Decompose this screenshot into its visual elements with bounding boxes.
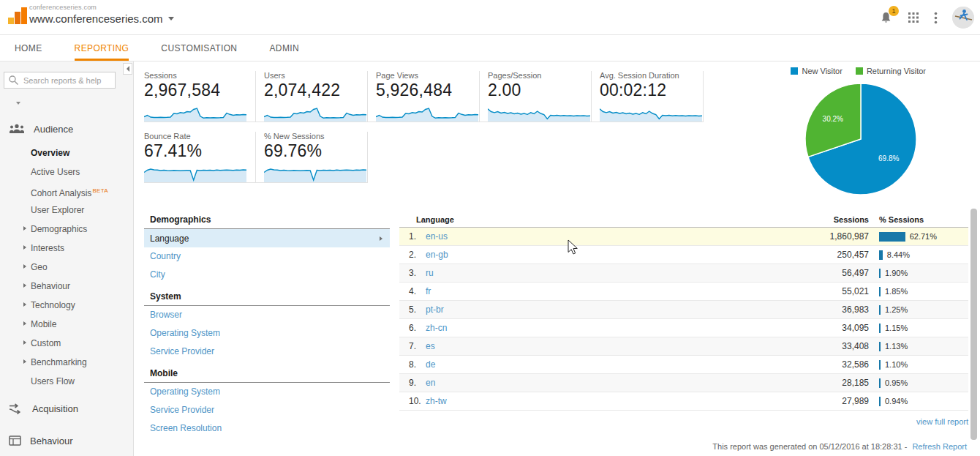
sidebar-item-users-flow[interactable]: Users Flow — [0, 372, 133, 391]
row-rank: 8. — [409, 359, 426, 370]
column-header-pct-sessions[interactable]: % Sessions — [869, 215, 968, 224]
metric-label: Avg. Session Duration — [600, 71, 695, 80]
sidebar-item-benchmarking[interactable]: Benchmarking — [0, 353, 133, 372]
pct-sessions-cell: 1.25% — [869, 305, 968, 315]
explorer-link-city[interactable]: City — [144, 266, 390, 284]
metric-label: Bounce Rate — [144, 132, 247, 141]
expand-arrow-icon — [23, 340, 26, 345]
table-row-zh-tw[interactable]: 10.zh-tw27,9890.94% — [399, 392, 968, 411]
sidebar-item-label: Cohort Analysis — [31, 188, 91, 198]
sessions-cell: 27,989 — [787, 396, 869, 406]
tab-home[interactable]: HOME — [15, 35, 42, 61]
explorer-link-screen-resolution[interactable]: Screen Resolution — [144, 419, 390, 438]
pct-sessions-value: 0.95% — [885, 378, 908, 387]
sessions-cell: 1,860,987 — [787, 231, 869, 242]
tab-admin[interactable]: ADMIN — [269, 35, 299, 61]
sidebar-item-overview[interactable]: Overview — [0, 143, 133, 162]
pct-sessions-value: 1.10% — [885, 360, 908, 369]
metric-label: Pages/Session — [488, 71, 583, 80]
sidebar-item-cohort-analysis[interactable]: Cohort AnalysisBETA — [0, 182, 133, 201]
pct-sessions-bar — [879, 250, 883, 260]
sidebar-item-label: Benchmarking — [31, 357, 87, 367]
table-row-es[interactable]: 7.es33,4081.13% — [399, 337, 968, 356]
sidebar-item-label: Demographics — [31, 224, 87, 234]
sidebar-item-behaviour[interactable]: Behaviour — [0, 277, 133, 296]
language-link[interactable]: en-us — [426, 231, 448, 242]
apps-grid-button[interactable] — [908, 12, 919, 23]
legend-new-visitor[interactable]: New Visitor — [791, 67, 842, 75]
metric-row-2: Bounce Rate67.41%% New Sessions69.76% — [144, 132, 704, 183]
language-link[interactable]: pt-br — [426, 304, 444, 315]
sidebar-item-geo[interactable]: Geo — [0, 258, 133, 277]
user-avatar[interactable] — [952, 7, 974, 29]
sidebar-item-custom[interactable]: Custom — [0, 334, 133, 353]
legend-swatch-blue — [791, 67, 798, 75]
language-link[interactable]: zh-cn — [426, 323, 447, 333]
explorer-link-service-provider[interactable]: Service Provider — [144, 343, 390, 361]
sidebar-item-demographics[interactable]: Demographics — [0, 220, 133, 239]
analytics-logo-icon — [7, 7, 28, 29]
table-row-fr[interactable]: 4.fr55,0211.85% — [399, 283, 968, 301]
more-options-button[interactable] — [934, 12, 938, 24]
table-row-en-gb[interactable]: 2.en-gb250,4578.44% — [399, 246, 968, 264]
pct-sessions-value: 1.90% — [885, 269, 908, 277]
sidebar-item-user-explorer[interactable]: User Explorer — [0, 201, 133, 220]
language-link[interactable]: fr — [426, 286, 431, 296]
table-row-pt-br[interactable]: 5.pt-br36,9831.25% — [399, 301, 968, 319]
table-row-ru[interactable]: 3.ru56,4971.90% — [399, 264, 968, 283]
explorer-link-service-provider[interactable]: Service Provider — [144, 401, 390, 419]
expand-arrow-icon — [23, 283, 26, 288]
table-row-en-us[interactable]: 1.en-us1,860,98762.71% — [399, 228, 968, 246]
sidebar-item-mobile[interactable]: Mobile — [0, 315, 133, 334]
language-link[interactable]: zh-tw — [426, 396, 447, 406]
language-link[interactable]: en-gb — [426, 250, 448, 260]
table-header: Language Sessions % Sessions — [399, 212, 968, 228]
view-full-report-link[interactable]: view full report — [916, 417, 968, 426]
sidebar-item-overview-partial[interactable]: Overview — [0, 452, 133, 456]
explorer-link-operating-system[interactable]: Operating System — [144, 383, 390, 401]
search-input[interactable] — [4, 72, 116, 89]
column-header-sessions[interactable]: Sessions — [787, 215, 869, 224]
explorer-link-browser[interactable]: Browser — [144, 306, 390, 324]
sidebar-section-behaviour[interactable]: Behaviour — [0, 433, 133, 448]
tab-reporting[interactable]: REPORTING — [75, 35, 129, 61]
scrollbar-thumb[interactable] — [970, 209, 977, 440]
tab-customisation[interactable]: CUSTOMISATION — [161, 35, 237, 61]
table-row-de[interactable]: 8.de32,5861.10% — [399, 356, 968, 374]
vertical-scrollbar — [970, 209, 977, 440]
table-row-en[interactable]: 9.en28,1850.95% — [399, 374, 968, 392]
language-link[interactable]: es — [426, 341, 435, 351]
property-selector[interactable]: www.conferenceseries.com — [29, 12, 174, 25]
legend-label: New Visitor — [802, 67, 842, 75]
language-link[interactable]: en — [426, 378, 435, 388]
chevron-left-icon — [127, 66, 129, 72]
sparkline-chart — [264, 102, 366, 122]
sidebar-item-technology[interactable]: Technology — [0, 296, 133, 315]
sidebar-item-interests[interactable]: Interests — [0, 239, 133, 258]
view-full-report-wrap: view full report — [399, 417, 968, 426]
search-icon — [8, 75, 19, 86]
sidebar-section-acquisition[interactable]: Acquisition — [0, 401, 133, 416]
language-cell: 3.ru — [399, 268, 787, 278]
legend-returning-visitor[interactable]: Returning Visitor — [856, 67, 926, 75]
language-link[interactable]: de — [426, 359, 435, 370]
refresh-report-link[interactable]: Refresh Report — [912, 442, 967, 451]
sidebar-collapse-button[interactable] — [123, 63, 132, 75]
language-link[interactable]: ru — [426, 268, 434, 278]
app-header: conferenceseries.com www.conferenceserie… — [0, 0, 980, 35]
sidebar-section-audience[interactable]: Audience — [0, 122, 133, 136]
language-cell: 2.en-gb — [399, 250, 787, 260]
metric-row-1: Sessions2,967,584Users2,074,422Page View… — [144, 71, 704, 122]
sidebar-item-active-users[interactable]: Active Users — [0, 162, 133, 182]
pie-legend: New Visitor Returning Visitor — [791, 67, 926, 75]
table-row-zh-cn[interactable]: 6.zh-cn34,0951.15% — [399, 319, 968, 337]
notifications-button[interactable]: 1 — [879, 11, 893, 25]
explorer-link-country[interactable]: Country — [144, 247, 390, 266]
pct-sessions-bar — [879, 397, 881, 406]
language-cell: 5.pt-br — [399, 304, 787, 315]
visitor-type-pie-chart: 69.8%30.2% — [799, 77, 923, 201]
explorer-link-operating-system[interactable]: Operating System — [144, 324, 390, 343]
sidebar-item-label: User Explorer — [31, 205, 84, 215]
explorer-link-language-selected[interactable]: Language — [144, 229, 390, 247]
pct-sessions-bar — [879, 269, 881, 278]
